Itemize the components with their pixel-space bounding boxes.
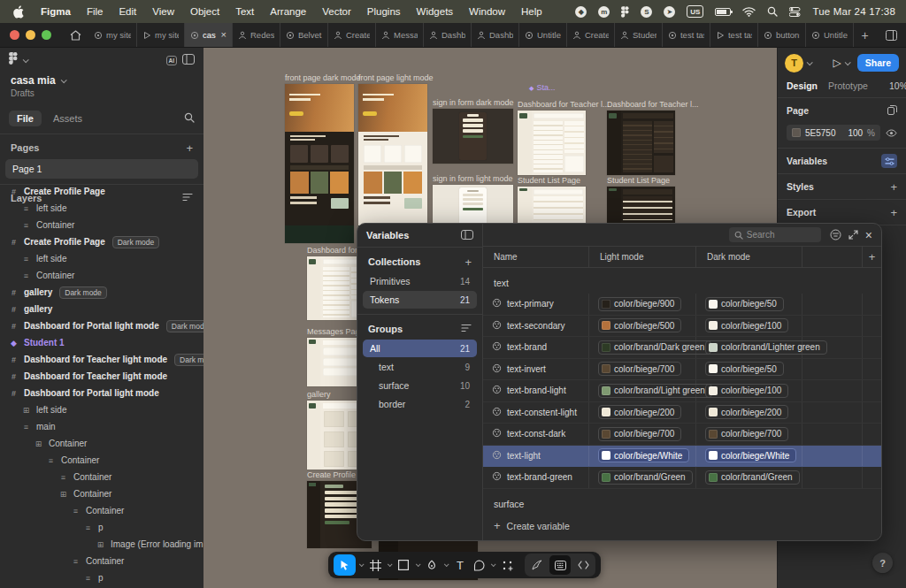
frame-label-front-page-light-mode[interactable]: front page light mode <box>358 73 434 82</box>
status-app-icon[interactable]: m <box>598 6 610 18</box>
variable-row-text-secondary[interactable]: text-secondarycolor/biege/500color/biege… <box>483 316 881 338</box>
page-color-opacity[interactable]: 100 <box>848 128 863 138</box>
layer-left-side[interactable]: ≡left side <box>0 250 203 267</box>
variable-name-cell[interactable]: text-secondary <box>483 316 589 337</box>
close-icon[interactable]: × <box>865 229 872 241</box>
apple-logo-icon[interactable] <box>12 5 24 19</box>
color-chip[interactable]: color/biege/500 <box>598 318 681 332</box>
variable-name-cell[interactable]: text-brand-light <box>483 380 589 401</box>
move-tool[interactable] <box>334 554 356 576</box>
group-item-tokens[interactable]: Tokens21 <box>363 291 477 309</box>
variable-row-text-constent-light[interactable]: text-constent-lightcolor/biege/200color/… <box>483 402 881 424</box>
frame-tool-chevron[interactable] <box>385 563 394 567</box>
minimize-window-button[interactable] <box>26 30 35 40</box>
color-chip[interactable]: color/biege/900 <box>598 297 681 311</box>
shape-tool-chevron[interactable] <box>413 563 422 567</box>
group-item-border[interactable]: border2 <box>363 395 477 413</box>
page-color-hex[interactable]: 5E5750 <box>805 128 835 138</box>
add-export-button[interactable]: + <box>890 206 897 219</box>
frame-label-student-list-page[interactable]: Student List Page <box>607 176 670 185</box>
color-chip[interactable]: color/biege/700 <box>598 427 681 441</box>
color-chip[interactable]: color/biege/White <box>598 448 689 462</box>
layer-left-side[interactable]: ≡left side <box>0 200 203 217</box>
chevron-down-icon[interactable] <box>807 59 813 65</box>
expand-panel-icon[interactable] <box>848 230 858 240</box>
group-item-surface[interactable]: surface10 <box>363 377 477 394</box>
tab-dashbo[interactable]: Dashbo <box>471 23 518 47</box>
canvas-frame-sign-in-form-light-mode[interactable] <box>433 185 513 228</box>
layer-container[interactable]: ≡Container <box>0 217 203 233</box>
color-chip[interactable]: color/biege/200 <box>705 405 788 419</box>
variable-row-text-const-dark[interactable]: text-const-darkcolor/biege/700color/bieg… <box>483 424 881 446</box>
search-input[interactable] <box>747 230 809 240</box>
tab-my-site[interactable]: my site <box>136 23 184 47</box>
group-item-all[interactable]: All21 <box>363 340 477 357</box>
status-shield-icon[interactable]: ◆ <box>575 6 587 18</box>
tab-messag[interactable]: Messag <box>375 23 423 47</box>
layer-dashboard-for-teacher-light-mode[interactable]: #Dashboard for Teacher light mode <box>0 368 203 385</box>
canvas-frame-sign-in-form-dark-mode[interactable] <box>433 109 513 164</box>
column-light-mode[interactable]: Light mode <box>589 247 696 267</box>
tab-prototype[interactable]: Prototype <box>828 80 868 91</box>
menu-window[interactable]: Window <box>461 6 513 17</box>
zoom-level[interactable]: 10% <box>889 80 906 91</box>
group-item-primitives[interactable]: Primitives14 <box>363 272 477 290</box>
add-style-button[interactable]: + <box>890 180 897 194</box>
variable-name-cell[interactable]: text-primary <box>483 294 589 315</box>
layer-student-1[interactable]: ◆Student 1 <box>0 334 203 351</box>
menu-widgets[interactable]: Widgets <box>409 6 462 17</box>
color-chip[interactable]: color/brand/Green <box>705 470 800 485</box>
variable-name-cell[interactable]: text-constent-light <box>483 402 589 424</box>
variable-group-label[interactable]: surface <box>483 489 881 515</box>
home-button[interactable] <box>62 23 88 47</box>
layer-container[interactable]: ≡Container <box>0 452 203 469</box>
tab-test-tas[interactable]: test tas <box>710 23 757 47</box>
layer-image-error-loading-im[interactable]: ⊞Image (Error loading im <box>0 536 203 553</box>
control-center-icon[interactable] <box>789 5 801 18</box>
tab-assets[interactable]: Assets <box>45 111 90 126</box>
layer-gallery[interactable]: #gallery <box>0 301 203 317</box>
menu-vector[interactable]: Vector <box>314 6 359 17</box>
variables-search[interactable] <box>729 227 821 242</box>
canvas-frame-student-list-page[interactable] <box>518 187 586 223</box>
search-icon[interactable] <box>184 112 195 125</box>
variable-group-label[interactable]: text <box>483 268 881 294</box>
zoom-window-button[interactable] <box>42 30 51 40</box>
layer-container[interactable]: ⊞Container <box>0 435 203 452</box>
color-chip[interactable]: color/biege/100 <box>705 384 788 398</box>
color-chip[interactable]: color/biege/100 <box>705 318 788 332</box>
pen-tool[interactable] <box>423 554 441 576</box>
file-location[interactable]: Drafts <box>0 87 203 105</box>
page-color-input[interactable]: 5E5750 100 % <box>787 125 880 141</box>
color-chip[interactable]: color/biege/700 <box>598 362 681 376</box>
tab-untitled[interactable]: Untitled <box>518 23 566 47</box>
move-tool-chevron[interactable] <box>357 563 365 567</box>
frame-label-front-page-dark-mode[interactable]: front page dark mode <box>285 73 361 82</box>
figma-logo-icon[interactable] <box>9 52 18 68</box>
layer-container[interactable]: ≡Container <box>0 553 203 569</box>
layer-create-profile-page[interactable]: #Create Profile PageDark mode <box>0 233 203 250</box>
shape-tool[interactable] <box>395 554 412 576</box>
color-chip[interactable]: color/biege/50 <box>705 362 784 376</box>
window-layout-icon[interactable] <box>876 23 906 47</box>
layer-container[interactable]: ⊞Container <box>0 485 203 502</box>
add-page-button[interactable]: + <box>186 141 193 155</box>
avatar[interactable]: T <box>785 54 803 73</box>
color-chip[interactable]: color/brand/Light green <box>598 384 712 398</box>
present-play-icon[interactable]: ▷ <box>833 57 841 69</box>
page-color-swatch[interactable] <box>792 128 801 137</box>
tab-create-s[interactable]: Create S <box>327 23 375 47</box>
column-dark-mode[interactable]: Dark mode <box>696 247 802 267</box>
variable-name-cell[interactable]: text-brand <box>483 337 589 358</box>
variable-row-text-brand-green[interactable]: text-brand-greencolor/brand/Greencolor/b… <box>483 467 881 489</box>
frame-label-gallery[interactable]: gallery <box>307 390 331 399</box>
new-tab-button[interactable]: + <box>853 23 876 47</box>
frame-label-student-list-page[interactable]: Student List Page <box>518 176 580 185</box>
close-icon[interactable]: × <box>221 30 226 40</box>
layer-p[interactable]: ≡p <box>0 519 203 536</box>
color-chip[interactable]: color/biege/50 <box>705 297 784 311</box>
help-button[interactable]: ? <box>872 553 893 573</box>
color-chip[interactable]: color/brand/Green <box>598 470 693 485</box>
code-icon[interactable] <box>572 555 594 575</box>
create-variable-button[interactable]: + Create variable <box>483 515 881 538</box>
